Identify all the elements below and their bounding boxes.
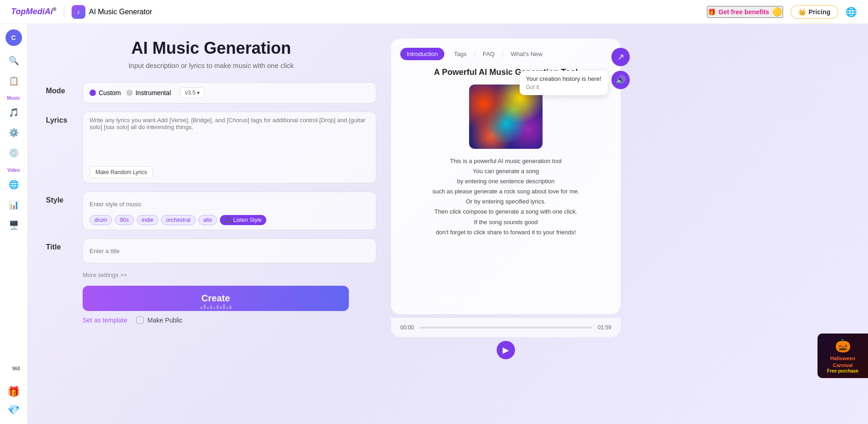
badge-count: 968 [12,366,20,371]
play-icon: ▶ [503,345,509,355]
title-label: Title [46,238,73,251]
random-lyrics-button[interactable]: Make Random Lyrics [90,166,153,178]
history-icon: 🔊 [616,75,626,85]
headphone-icon: 🎧 [224,217,231,223]
mode-selector: Custom Instrumental v3.5 ▾ [90,87,370,98]
play-button-wrapper: ▶ [391,341,621,359]
sidebar-diamond[interactable]: 💎 [6,402,22,418]
progress-bar[interactable] [420,327,592,328]
instrumental-label: Instrumental [135,89,171,96]
sidebar-item-video[interactable]: 📊 [5,196,23,214]
make-public-label[interactable]: Make Public [136,317,182,324]
share-icon: ↗ [617,52,624,62]
style-tag-90s[interactable]: 90s [115,215,134,225]
intro-description: This is a powerful AI music generation t… [400,156,611,305]
style-tag-indie[interactable]: indie [137,215,158,225]
top-nav: TopMediAi® ♪ AI Music Generator 🎁 Get fr… [0,0,868,24]
sidebar: C 🔍 📋 Music 🎵 ⚙️ 💿 Video 🌐 📊 🖥️ 968 🎁 💎 [0,24,28,424]
intro-tabs: Introduction | Tags | FAQ | What's New [400,48,611,60]
start-time: 00:00 [400,324,414,331]
content-area: AI Music Generation Input description or… [28,24,868,424]
title-control [83,238,376,263]
mode-custom-option[interactable]: Custom [90,89,121,96]
coin-icon: 🟡 [772,7,782,17]
app-title: AI Music Generator [89,8,152,16]
lyrics-section: Lyrics Make Random Lyrics [46,112,376,183]
style-label: Style [46,192,73,204]
globe-icon[interactable]: 🌐 [846,6,857,17]
brand-name: TopMediAi® [11,7,56,17]
sidebar-item-settings[interactable]: ⚙️ [5,124,23,142]
sidebar-item-monitor[interactable]: 🖥️ [5,216,23,234]
tab-faq[interactable]: FAQ [476,48,501,60]
tab-sep-2: | [474,51,476,57]
instrumental-radio[interactable] [126,90,133,96]
tab-introduction[interactable]: Introduction [400,48,444,60]
avatar[interactable]: C [6,29,22,46]
pricing-label: Pricing [809,8,830,16]
sidebar-item-globe[interactable]: 🌐 [5,175,23,194]
floating-buttons: ↗ 🔊 [611,48,630,89]
nav-divider [64,6,64,18]
tooltip-got-it[interactable]: Got it [526,84,601,90]
end-time: 01:59 [598,324,611,331]
style-input[interactable] [90,197,370,211]
title-section: Title [46,238,376,263]
sidebar-gift[interactable]: 🎁 [6,384,22,400]
create-btn-wrapper: Create [83,286,376,311]
form-footer: Set as template Make Public [83,317,376,324]
lyrics-input[interactable] [90,117,370,163]
play-button[interactable]: ▶ [497,341,515,359]
share-button[interactable]: ↗ [611,48,630,66]
more-settings-link[interactable]: More settings >> [83,271,376,278]
sidebar-item-music[interactable]: 🎵 [5,103,23,122]
halloween-banner[interactable]: 🎃 Halloween Carnival Free purchase [818,334,868,378]
history-tooltip: Your creation history is here! Got it [520,71,608,95]
history-button[interactable]: 🔊 [611,71,630,89]
make-public-checkbox[interactable] [136,317,144,324]
free-benefits-label: Get free benefits [718,8,769,16]
listen-style-button[interactable]: 🎧 Listen Style [220,215,266,225]
brand-logo[interactable]: TopMediAi® [11,7,56,17]
tab-whats-new[interactable]: What's New [504,48,549,60]
audio-player: 00:00 01:59 [391,318,621,337]
app-icon: ♪ [72,5,85,19]
free-benefits-button[interactable]: 🎁 Get free benefits 🟡 [707,6,783,18]
wave-decoration [83,304,349,309]
style-tags: drum 90s indie orchestral alte 🎧 Listen … [90,215,370,225]
halloween-line2: Carnival [821,362,864,368]
crown-icon: 👑 [798,8,806,16]
form-panel: AI Music Generation Input description or… [46,39,376,409]
style-tag-alte[interactable]: alte [198,215,217,225]
pricing-button[interactable]: 👑 Pricing [790,5,838,19]
custom-radio[interactable] [90,90,96,96]
diamond-icon: 💎 [7,404,20,416]
version-selector[interactable]: v3.5 ▾ [180,87,205,98]
tab-sep-1: | [445,51,447,57]
tab-tags[interactable]: Tags [448,48,473,60]
tooltip-text: Your creation history is here! [526,75,601,82]
version-label: v3.5 [185,90,196,96]
lyrics-label: Lyrics [46,112,73,124]
sidebar-item-list[interactable]: 📋 [5,72,23,90]
mode-control: Custom Instrumental v3.5 ▾ [83,82,376,103]
set-template-link[interactable]: Set as template [83,317,127,324]
style-section: Style drum 90s indie orchestral alte 🎧 L… [46,192,376,230]
sidebar-item-vinyl[interactable]: 💿 [5,144,23,162]
mode-section: Mode Custom Instrumental v3.5 ▾ [46,82,376,103]
listen-style-label: Listen Style [233,217,262,223]
halloween-emoji: 🎃 [821,338,864,353]
halloween-line1: Halloween [821,355,864,362]
mode-label: Mode [46,82,73,95]
make-public-text: Make Public [147,317,182,324]
title-input[interactable] [90,243,370,258]
create-button[interactable]: Create [83,286,349,311]
sidebar-item-search[interactable]: 🔍 [5,51,23,70]
gift-icon: 🎁 [708,8,716,16]
custom-label: Custom [99,89,121,96]
mode-instrumental-option[interactable]: Instrumental [126,89,171,96]
style-tag-orchestral[interactable]: orchestral [161,215,196,225]
tab-sep-3: | [502,51,504,57]
main-layout: C 🔍 📋 Music 🎵 ⚙️ 💿 Video 🌐 📊 🖥️ 968 🎁 💎 … [0,24,868,424]
style-tag-drum[interactable]: drum [90,215,112,225]
